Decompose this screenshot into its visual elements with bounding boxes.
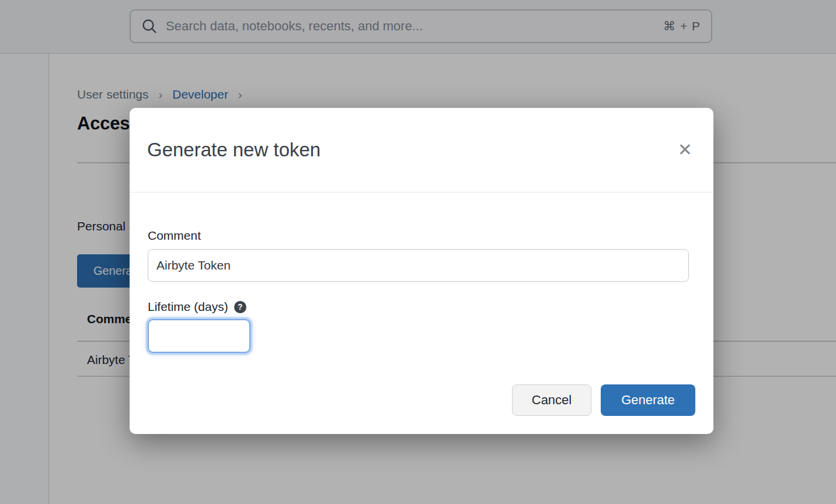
help-icon[interactable]: ? xyxy=(234,301,246,313)
dialog-footer: Cancel Generate xyxy=(512,384,695,416)
close-icon[interactable]: ✕ xyxy=(674,139,696,161)
cancel-button[interactable]: Cancel xyxy=(512,384,591,416)
dialog-body: Comment Lifetime (days) ? xyxy=(130,192,713,353)
dialog-title: Generate new token xyxy=(147,139,674,161)
lifetime-label: Lifetime (days) xyxy=(148,300,228,314)
generate-token-dialog: Generate new token ✕ Comment Lifetime (d… xyxy=(130,108,713,434)
lifetime-input[interactable] xyxy=(148,319,250,353)
app-window: ⌘ + P User settings › Developer › Access… xyxy=(0,0,836,504)
dialog-header: Generate new token ✕ xyxy=(130,108,713,192)
lifetime-label-row: Lifetime (days) ? xyxy=(148,300,689,314)
comment-input[interactable] xyxy=(148,249,689,282)
generate-button[interactable]: Generate xyxy=(601,384,695,416)
comment-label: Comment xyxy=(148,229,689,243)
